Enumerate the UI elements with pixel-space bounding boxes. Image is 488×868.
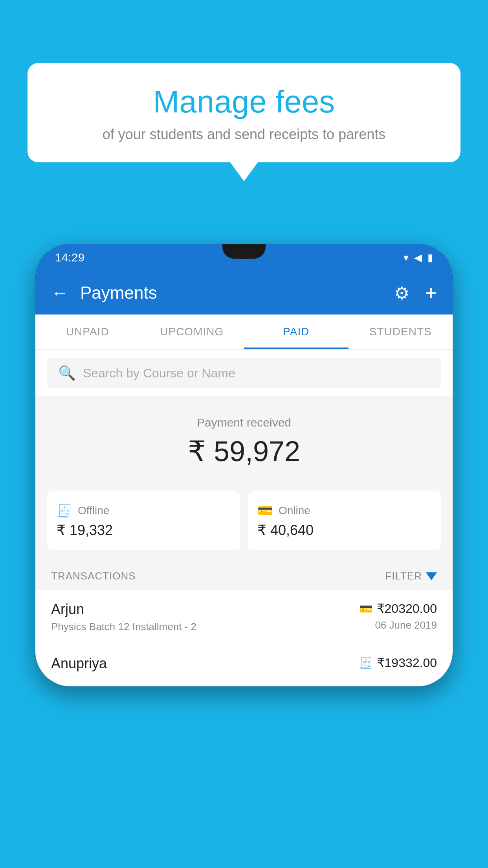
online-card: 💳 Online ₹ 40,640 — [248, 491, 441, 550]
status-icons: ▾ ◀ ▮ — [404, 252, 433, 264]
transaction-detail: Physics Batch 12 Installment - 2 — [51, 621, 359, 633]
bubble-title: Manage fees — [51, 85, 437, 119]
payment-received-label: Payment received — [47, 416, 441, 429]
card-payment-icon: 💳 — [359, 602, 373, 615]
offline-label: Offline — [78, 504, 109, 517]
wifi-icon: ▾ — [404, 252, 409, 264]
offline-transaction-icon: 🧾 — [359, 657, 373, 669]
transaction-amount: 🧾 ₹19332.00 — [359, 655, 437, 670]
search-container: 🔍 Search by Course or Name — [35, 350, 453, 396]
online-payment-icon: 💳 — [257, 503, 273, 518]
offline-card-header: 🧾 Offline — [57, 503, 109, 518]
tab-upcoming[interactable]: UPCOMING — [140, 314, 244, 349]
phone-wrapper: 14:29 ▾ ◀ ▮ ← Payments ⚙ + UNPAID UPCOMI… — [35, 244, 453, 868]
status-bar: 14:29 ▾ ◀ ▮ — [35, 244, 453, 271]
search-box[interactable]: 🔍 Search by Course or Name — [47, 358, 441, 388]
search-icon: 🔍 — [58, 365, 76, 381]
back-button[interactable]: ← — [51, 283, 68, 303]
add-button[interactable]: + — [425, 281, 437, 305]
payment-summary: Payment received ₹ 59,972 — [35, 396, 453, 491]
offline-card: 🧾 Offline ₹ 19,332 — [47, 491, 240, 550]
battery-icon: ▮ — [427, 252, 433, 264]
bubble-subtitle: of your students and send receipts to pa… — [51, 126, 437, 143]
tabs-bar: UNPAID UPCOMING PAID STUDENTS — [35, 314, 453, 350]
transaction-row[interactable]: Anupriya 🧾 ₹19332.00 — [35, 644, 453, 686]
transaction-right: 🧾 ₹19332.00 — [359, 655, 437, 670]
main-content: 🔍 Search by Course or Name Payment recei… — [35, 350, 453, 686]
filter-button[interactable]: FILTER — [385, 570, 437, 582]
transaction-date: 06 June 2019 — [375, 619, 437, 631]
transaction-row[interactable]: Arjun Physics Batch 12 Installment - 2 💳… — [35, 590, 453, 644]
settings-button[interactable]: ⚙ — [394, 283, 409, 303]
transaction-name: Arjun — [51, 601, 359, 618]
offline-amount: ₹ 19,332 — [57, 522, 113, 539]
tab-paid[interactable]: PAID — [244, 314, 349, 349]
speech-bubble: Manage fees of your students and send re… — [28, 63, 460, 162]
filter-icon — [426, 572, 437, 580]
transaction-amount: 💳 ₹20320.00 — [359, 601, 437, 616]
tab-students[interactable]: STUDENTS — [349, 314, 453, 349]
signal-icon: ◀ — [414, 252, 422, 264]
transaction-name: Anupriya — [51, 655, 359, 672]
offline-payment-icon: 🧾 — [57, 503, 72, 518]
tab-unpaid[interactable]: UNPAID — [35, 314, 140, 349]
filter-label: FILTER — [385, 570, 422, 582]
status-time: 14:29 — [55, 251, 84, 264]
app-title: Payments — [80, 283, 386, 303]
transactions-header: TRANSACTIONS FILTER — [35, 562, 453, 590]
online-amount: ₹ 40,640 — [257, 522, 314, 539]
search-input[interactable]: Search by Course or Name — [83, 366, 235, 381]
online-card-header: 💳 Online — [257, 503, 310, 518]
transaction-left: Arjun Physics Batch 12 Installment - 2 — [51, 601, 359, 633]
app-bar: ← Payments ⚙ + — [35, 271, 453, 314]
transactions-label: TRANSACTIONS — [51, 570, 136, 582]
payment-cards: 🧾 Offline ₹ 19,332 💳 Online ₹ 40,640 — [35, 491, 453, 562]
transaction-left: Anupriya — [51, 655, 359, 675]
online-label: Online — [279, 504, 310, 517]
payment-total-amount: ₹ 59,972 — [47, 435, 441, 468]
transaction-right: 💳 ₹20320.00 06 June 2019 — [359, 601, 437, 631]
phone-frame: 14:29 ▾ ◀ ▮ ← Payments ⚙ + UNPAID UPCOMI… — [35, 244, 453, 686]
status-notch — [222, 244, 266, 259]
